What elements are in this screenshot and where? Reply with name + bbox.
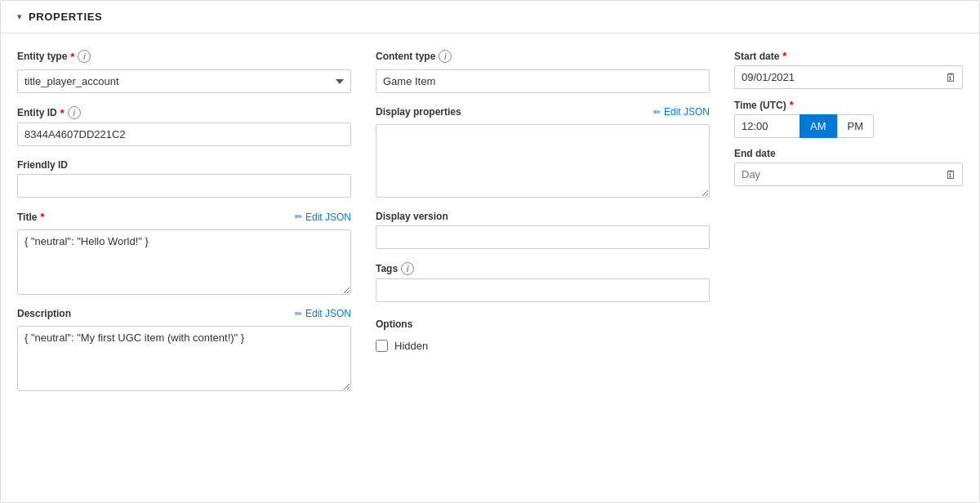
entity-type-info-icon[interactable]: i	[78, 50, 91, 63]
tags-label: Tags i	[376, 262, 710, 275]
left-column: Entity type * i title_player_accounttitl…	[17, 50, 351, 391]
hidden-label: Hidden	[394, 340, 428, 352]
mid-column: Content type i Display properties ✏ Edit…	[376, 50, 710, 391]
options-label: Options	[376, 318, 710, 330]
description-pencil-icon: ✏	[295, 309, 302, 319]
time-field: Time (UTC) * AM PM	[734, 99, 963, 138]
display-properties-field: Display properties ✏ Edit JSON	[376, 106, 710, 198]
end-date-input[interactable]	[734, 162, 963, 186]
description-label: Description	[17, 308, 71, 319]
entity-type-required: *	[70, 51, 74, 63]
display-properties-pencil-icon: ✏	[653, 107, 661, 118]
title-label: Title *	[17, 211, 45, 223]
description-field: Description ✏ Edit JSON { "neutral": "My…	[17, 308, 351, 391]
friendly-id-input[interactable]	[17, 174, 351, 198]
friendly-id-label: Friendly ID	[17, 159, 351, 171]
pm-button[interactable]: PM	[837, 114, 875, 138]
description-edit-json-button[interactable]: ✏ Edit JSON	[295, 308, 351, 319]
end-date-field: End date 🗓	[734, 148, 963, 186]
entity-type-field: Entity type * i title_player_accounttitl…	[17, 50, 351, 93]
end-date-wrapper: 🗓	[734, 162, 963, 186]
description-textarea[interactable]: { "neutral": "My first UGC item (with co…	[17, 326, 351, 391]
panel-title: PROPERTIES	[29, 11, 102, 23]
content-type-info-icon[interactable]: i	[439, 50, 452, 63]
time-required: *	[790, 99, 794, 111]
display-properties-textarea[interactable]	[376, 124, 710, 198]
time-label: Time (UTC) *	[734, 99, 963, 111]
entity-id-info-icon[interactable]: i	[68, 106, 81, 119]
start-date-required: *	[782, 50, 786, 62]
start-date-input[interactable]	[734, 65, 963, 89]
title-field: Title * ✏ Edit JSON { "neutral": "Hello …	[17, 211, 351, 295]
display-properties-edit-json-button[interactable]: ✏ Edit JSON	[653, 106, 710, 118]
entity-id-required: *	[60, 107, 65, 119]
hidden-checkbox[interactable]	[376, 340, 388, 352]
entity-type-label: Entity type * i	[17, 50, 91, 63]
content-type-input[interactable]	[376, 69, 710, 93]
title-required: *	[40, 211, 44, 223]
properties-header[interactable]: ▾ PROPERTIES	[1, 1, 979, 33]
display-properties-label: Display properties	[376, 106, 461, 118]
am-pm-group: AM PM	[800, 114, 874, 138]
entity-id-input[interactable]	[17, 122, 351, 146]
display-version-field: Display version	[376, 211, 710, 249]
start-date-label: Start date *	[734, 50, 963, 62]
tags-field: Tags i	[376, 262, 710, 302]
time-input[interactable]	[734, 114, 800, 138]
options-section: Options Hidden	[376, 318, 710, 352]
end-date-label: End date	[734, 148, 963, 159]
title-edit-json-button[interactable]: ✏ Edit JSON	[295, 211, 351, 223]
display-version-label: Display version	[376, 211, 710, 222]
start-date-field: Start date * 🗓	[734, 50, 963, 89]
chevron-icon: ▾	[17, 11, 22, 22]
time-row: AM PM	[734, 114, 963, 138]
hidden-checkbox-row: Hidden	[376, 340, 710, 352]
am-button[interactable]: AM	[800, 114, 837, 138]
entity-id-field: Entity ID * i	[17, 106, 351, 146]
title-textarea[interactable]: { "neutral": "Hello World!" }	[17, 229, 351, 295]
content-type-field: Content type i	[376, 50, 710, 93]
tags-info-icon[interactable]: i	[401, 262, 414, 275]
content-type-label: Content type i	[376, 50, 452, 63]
right-column: Start date * 🗓 Time (UTC) * AM	[734, 50, 963, 391]
properties-panel: ▾ PROPERTIES Entity type * i title_playe…	[0, 0, 980, 503]
display-version-input[interactable]	[376, 225, 710, 249]
title-pencil-icon: ✏	[295, 211, 302, 222]
friendly-id-field: Friendly ID	[17, 159, 351, 198]
start-date-wrapper: 🗓	[734, 65, 963, 89]
panel-body: Entity type * i title_player_accounttitl…	[1, 33, 979, 407]
entity-id-label: Entity ID * i	[17, 106, 351, 119]
tags-input[interactable]	[376, 278, 710, 302]
entity-type-select[interactable]: title_player_accounttitlemaster_player_a…	[17, 69, 351, 93]
